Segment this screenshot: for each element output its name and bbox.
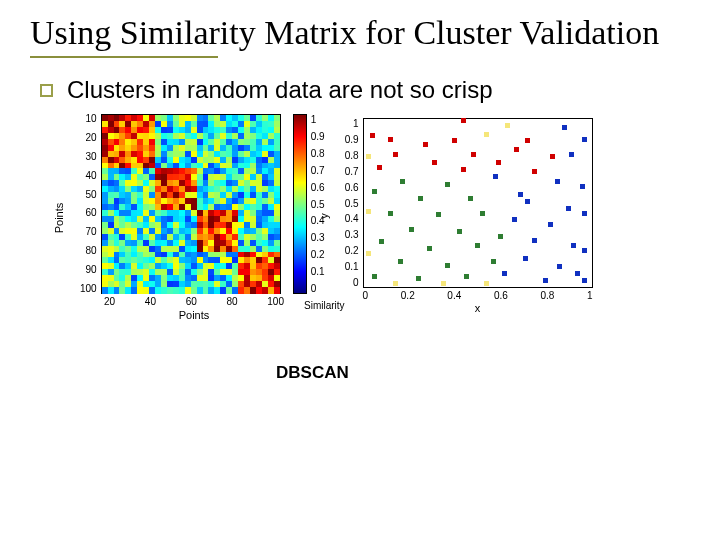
scatter-point (502, 271, 507, 276)
sc-ytick: 0.4 (335, 213, 359, 224)
colorbar-ticks: 1 0.9 0.8 0.7 0.6 0.5 0.4 0.3 0.2 0.1 0 (311, 114, 325, 294)
hm-ytick: 60 (80, 208, 97, 218)
scatter-point (555, 179, 560, 184)
hm-xtick: 100 (267, 296, 284, 307)
sc-ytick: 0.6 (335, 182, 359, 193)
scatter-point (505, 123, 510, 128)
scatter-point (461, 167, 466, 172)
cbar-tick: 1 (311, 114, 325, 125)
cbar-tick: 0.8 (311, 148, 325, 159)
scatter-point (379, 239, 384, 244)
scatter-point (398, 259, 403, 264)
scatter-point (566, 206, 571, 211)
cbar-tick: 0.1 (311, 266, 325, 277)
sc-ytick: 0.5 (335, 198, 359, 209)
scatter-point (582, 137, 587, 142)
scatter-point (445, 182, 450, 187)
cbar-tick: 0.6 (311, 182, 325, 193)
scatter-point (393, 152, 398, 157)
hm-ytick: 20 (80, 133, 97, 143)
scatter-point (484, 281, 489, 286)
scatter-point (484, 132, 489, 137)
scatter-point (571, 243, 576, 248)
scatter-point (393, 281, 398, 286)
scatter-point (372, 274, 377, 279)
scatter-ylabel: y (317, 213, 329, 219)
scatter-point (582, 278, 587, 283)
algorithm-caption: DBSCAN (276, 363, 690, 383)
heatmap-block: Points 10 20 30 40 50 60 70 80 90 100 (80, 114, 325, 321)
scatter-point (496, 160, 501, 165)
heatmap-sim-label: Similarity (304, 300, 345, 311)
colorbar (293, 114, 307, 294)
scatter-xticks: 0 0.2 0.4 0.6 0.8 1 (363, 290, 593, 301)
cbar-tick: 0.9 (311, 131, 325, 142)
scatter-point (388, 137, 393, 142)
scatter-point (423, 142, 428, 147)
sc-xtick: 0.2 (401, 290, 415, 301)
sc-xtick: 1 (587, 290, 593, 301)
hm-xtick: 60 (186, 296, 197, 307)
scatter-point (582, 248, 587, 253)
scatter-point (550, 154, 555, 159)
scatter-point (518, 192, 523, 197)
scatter-point (475, 243, 480, 248)
cbar-tick: 0 (311, 283, 325, 294)
scatter-point (562, 125, 567, 130)
scatter-point (580, 184, 585, 189)
scatter-point (416, 276, 421, 281)
scatter-point (525, 138, 530, 143)
hm-ytick: 100 (80, 284, 97, 294)
heatmap-yticks: 10 20 30 40 50 60 70 80 90 100 (80, 114, 97, 294)
sc-xtick: 0 (363, 290, 369, 301)
scatter-point (557, 264, 562, 269)
cbar-tick: 0.7 (311, 165, 325, 176)
scatter-point (523, 256, 528, 261)
sc-xtick: 0.6 (494, 290, 508, 301)
scatter-canvas (363, 118, 593, 288)
bullet-square-icon (40, 84, 53, 97)
heatmap-xlabel: Points (104, 309, 284, 321)
scatter-point (548, 222, 553, 227)
sc-ytick: 0.7 (335, 166, 359, 177)
scatter-point (366, 209, 371, 214)
slide-title: Using Similarity Matrix for Cluster Vali… (30, 14, 690, 52)
scatter-point (445, 263, 450, 268)
scatter-point (366, 154, 371, 159)
heatmap-xticks: 20 40 60 80 100 (104, 296, 284, 307)
scatter-point (569, 152, 574, 157)
scatter-point (372, 189, 377, 194)
scatter-point (377, 165, 382, 170)
slide: Using Similarity Matrix for Cluster Vali… (0, 0, 720, 540)
sc-ytick: 0.1 (335, 261, 359, 272)
scatter-point (575, 271, 580, 276)
scatter-block: y 1 0.9 0.8 0.7 0.6 0.5 0.4 0.3 0.2 0.1 … (363, 118, 593, 314)
cbar-tick: 0.5 (311, 199, 325, 210)
hm-ytick: 90 (80, 265, 97, 275)
hm-ytick: 50 (80, 190, 97, 200)
charts-row: Points 10 20 30 40 50 60 70 80 90 100 (80, 114, 690, 321)
scatter-xlabel: x (363, 302, 593, 314)
scatter-point (427, 246, 432, 251)
scatter-point (366, 251, 371, 256)
scatter-point (432, 160, 437, 165)
cbar-tick: 0.2 (311, 249, 325, 260)
hm-ytick: 40 (80, 171, 97, 181)
scatter-point (461, 118, 466, 123)
hm-ytick: 70 (80, 227, 97, 237)
sc-ytick: 0 (335, 277, 359, 288)
scatter-point (491, 259, 496, 264)
heatmap-cell (274, 287, 280, 293)
scatter-point (452, 138, 457, 143)
scatter-point (457, 229, 462, 234)
scatter-point (409, 227, 414, 232)
hm-ytick: 30 (80, 152, 97, 162)
hm-xtick: 20 (104, 296, 115, 307)
sc-ytick: 0.3 (335, 229, 359, 240)
scatter-point (480, 211, 485, 216)
heatmap-ylabel: Points (53, 202, 65, 233)
heatmap-canvas (101, 114, 281, 294)
scatter-point (543, 278, 548, 283)
scatter-point (582, 211, 587, 216)
scatter-point (464, 274, 469, 279)
